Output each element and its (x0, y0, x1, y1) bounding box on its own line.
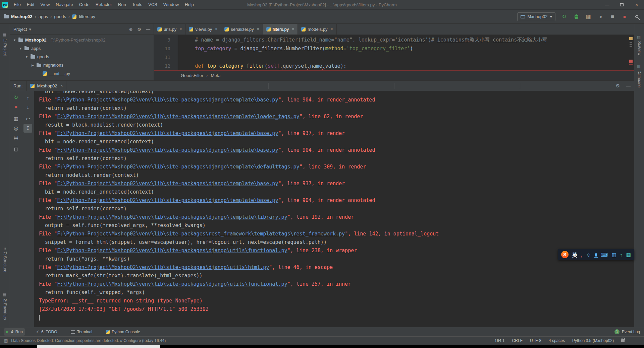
microphone-icon[interactable] (595, 252, 597, 257)
coverage-button[interactable]: ▨ (585, 13, 592, 20)
search-everywhere-button[interactable] (633, 13, 640, 20)
menu-refactor[interactable]: Refactor (93, 0, 115, 9)
soft-wrap-button[interactable]: ↩ (23, 115, 32, 123)
tool-window-switcher-icon[interactable]: ▦ (4, 338, 8, 343)
taskbar-peek-item[interactable] (37, 345, 160, 348)
tab-models.py[interactable]: models.py× (298, 24, 336, 34)
menu-navigate[interactable]: Navigate (53, 0, 76, 9)
status-message[interactable]: Data Sources Detected: Connection proper… (11, 338, 166, 343)
breadcrumb-goods[interactable]: goods (54, 14, 66, 19)
tool-button-todo[interactable]: ✔ 6: TODO (34, 328, 59, 336)
stack-frame-link[interactable]: F:\Python-Project\Mxshop02\venv\lib\site… (57, 197, 278, 203)
tab-close-icon[interactable]: × (257, 27, 259, 31)
editor-body[interactable]: 9101112 # name = django_filters.CharFilt… (154, 35, 634, 71)
tree-item-apps[interactable]: ▼apps (10, 44, 154, 53)
breadcrumb-class[interactable]: GoodsFilter (181, 73, 203, 78)
tool-button-database[interactable]: ▥ Database (637, 64, 642, 87)
tab-views.py[interactable]: views.py× (185, 24, 221, 34)
tool-button-favorites[interactable]: ▤ 2: Favorites (3, 292, 7, 320)
stripe-mark-error[interactable] (629, 60, 633, 63)
tool-button-python-console[interactable]: Python Console (104, 328, 142, 336)
close-button[interactable]: × (629, 0, 644, 9)
menu-vcs[interactable]: VCS (145, 0, 160, 9)
stack-frame-link[interactable]: F:\Python-Project\Mxshop02\venv\lib\site… (57, 147, 278, 153)
tree-item-migrations[interactable]: ▶migrations (10, 61, 154, 69)
tree-item-__init__.py[interactable]: __init__.py (10, 69, 154, 78)
breadcrumb-file[interactable]: filters.py (79, 14, 95, 19)
emoji-icon[interactable]: ☺ (586, 252, 591, 257)
tool-button-terminal[interactable]: Terminal (69, 328, 94, 336)
interpreter[interactable]: Python 3.5 (Mxshop02) (572, 338, 614, 343)
tree-item-goods[interactable]: ▼goods (10, 53, 154, 61)
stack-frame-link[interactable]: F:\Python-Project\Mxshop02\venv\lib\site… (57, 181, 278, 187)
lock-icon[interactable] (621, 339, 625, 342)
chevron-down-icon[interactable]: ▼ (25, 55, 29, 59)
menu-run[interactable]: Run (115, 0, 129, 9)
skin-icon[interactable]: ↑ (620, 252, 623, 257)
stack-frame-link[interactable]: F:\Python-Project\Mxshop02\venv\lib\site… (57, 214, 287, 220)
next-stack-trace-button[interactable]: ↓ (23, 102, 32, 111)
tool-button-project[interactable]: ▦ 1: Project (3, 32, 7, 56)
restore-layout-button[interactable]: ▦ (12, 115, 20, 123)
menu-tools[interactable]: Tools (129, 0, 145, 9)
tool-button-sciview[interactable]: ▤ SciView (637, 35, 642, 55)
editor-code[interactable]: # name = django_filters.CharFilter(field… (178, 35, 634, 70)
chevron-down-icon[interactable]: ▼ (13, 39, 16, 42)
chevron-down-icon[interactable]: ▼ (19, 47, 22, 50)
tab-urls.py[interactable]: urls.py× (154, 24, 185, 34)
stack-frame-link[interactable]: F:\Python-Project\Mxshop02\venv\lib\site… (57, 130, 278, 136)
print-button[interactable]: ▤ (12, 133, 20, 142)
stripe-mark[interactable] (630, 44, 632, 45)
stack-frame-link[interactable]: F:\Python-Project\Mxshop02\venv\lib\site… (57, 164, 299, 170)
stop-button[interactable]: ■ (621, 13, 628, 20)
tab-close-icon[interactable]: × (60, 83, 63, 88)
stack-frame-link[interactable]: F:\Python-Project\Mxshop02\venv\lib\site… (57, 114, 299, 120)
stack-frame-link[interactable]: F:\Python-Project\Mxshop02\venv\lib\site… (57, 281, 287, 287)
tab-close-icon[interactable]: × (331, 27, 333, 31)
tab-close-icon[interactable]: × (179, 27, 182, 31)
run-dashboard-button[interactable]: ≡ (609, 13, 616, 20)
event-log-button[interactable]: 1 Event Log (614, 329, 640, 334)
breadcrumb-project[interactable]: Mxshop02 (11, 14, 33, 19)
pin-tab-button[interactable]: ◎ (12, 124, 20, 133)
breadcrumb-member[interactable]: Meta (211, 73, 221, 78)
profiler-button[interactable]: ◑ (597, 13, 604, 20)
caret-position[interactable]: 164:1 (495, 338, 505, 343)
scroll-to-end-button[interactable]: ↧ (23, 124, 32, 133)
ime-punctuation-icon[interactable]: , (581, 252, 582, 257)
stripe-mark-error[interactable] (629, 64, 633, 65)
tab-close-icon[interactable]: × (292, 27, 294, 31)
clear-console-button[interactable] (12, 145, 20, 154)
indent-style[interactable]: 4 spaces (549, 338, 565, 343)
menu-help[interactable]: Help (182, 0, 197, 9)
project-view-selector[interactable]: Project (13, 27, 27, 32)
hide-panel-button[interactable]: — (626, 83, 631, 88)
chevron-right-icon[interactable]: ▶ (31, 64, 35, 67)
minimize-button[interactable]: — (600, 0, 614, 9)
menu-window[interactable]: Window (160, 0, 182, 9)
settings-gear-icon[interactable]: ⚙ (137, 27, 141, 32)
prev-stack-trace-button[interactable]: ↑ (23, 93, 32, 102)
stripe-mark-warning[interactable] (629, 37, 633, 40)
stack-frame-link[interactable]: F:\Python-Project\Mxshop02\venv\lib\site… (57, 264, 269, 270)
line-separator[interactable]: CRLF (512, 338, 523, 343)
tool-button-structure[interactable]: ≡ 7: Structure (3, 248, 7, 272)
keyboard-icon[interactable]: ⌨ (601, 252, 608, 257)
hide-panel-button[interactable]: — (146, 27, 150, 32)
debug-button[interactable] (573, 13, 580, 20)
ime-grid-icon[interactable]: ▦ (626, 252, 631, 257)
tool-button-run[interactable]: ▶ 4: Run (4, 328, 25, 336)
run-tab[interactable]: Mxshop02 × (26, 81, 66, 91)
toolbox-icon[interactable]: ▥ (611, 252, 616, 257)
tab-serializer.py[interactable]: serializer.py× (221, 24, 263, 34)
rerun-button[interactable]: ↻ (12, 93, 20, 102)
tab-filters.py[interactable]: filters.py× (263, 24, 298, 34)
tab-close-icon[interactable]: × (215, 27, 217, 31)
settings-gear-icon[interactable]: ⚙ (615, 83, 620, 88)
ime-toolbar[interactable]: S 英 , ☺ ⌨ ▥ ↑ ▦ (558, 249, 634, 260)
file-encoding[interactable]: UTF-8 (530, 338, 541, 343)
breadcrumb-apps[interactable]: apps (39, 14, 48, 19)
locate-file-button[interactable]: ⊕ (129, 27, 132, 32)
stack-frame-link[interactable]: F:\Python-Project\Mxshop02\venv\lib\site… (57, 97, 278, 103)
console-output[interactable]: bit = node.render_annotated(context)File… (34, 91, 634, 327)
